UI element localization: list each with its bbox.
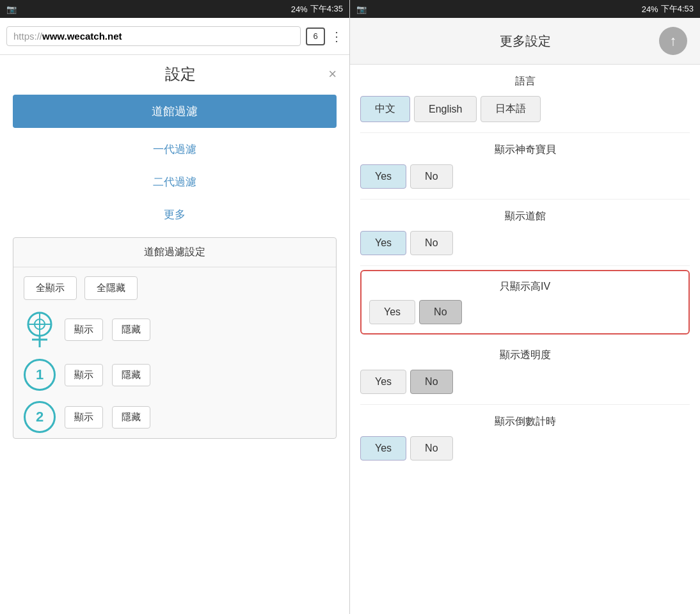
- circle-2-icon: 2: [24, 401, 56, 433]
- battery-right: 24%: [642, 4, 658, 14]
- gym-show-button-2[interactable]: 顯示: [65, 406, 103, 429]
- gym-show-button-1[interactable]: 顯示: [65, 364, 103, 386]
- upload-arrow-icon: ↑: [670, 34, 677, 48]
- circle-1-icon: 1: [24, 359, 56, 391]
- countdown-yes[interactable]: Yes: [360, 436, 406, 460]
- gym-show-button-0[interactable]: 顯示: [65, 319, 103, 341]
- url-domain: www.wecatch.net: [42, 31, 122, 42]
- show-transparency-label: 顯示透明度: [360, 349, 690, 362]
- show-all-button[interactable]: 全顯示: [24, 276, 77, 300]
- gym-filter-row-1: 1 顯示 隱藏: [13, 354, 336, 396]
- status-bar-right: 📷 24% 下午4:53: [350, 0, 700, 18]
- left-content: 設定 × 道館過濾 一代過濾 二代過濾 更多 道館過濾設定 全顯示 全隱藏: [0, 55, 349, 614]
- language-section: 語言 中文 English 日本語: [360, 65, 690, 133]
- gym-hide-button-0[interactable]: 隱藏: [112, 319, 150, 341]
- close-button[interactable]: ×: [328, 66, 337, 83]
- show-countdown-label: 顯示倒數計時: [360, 415, 690, 429]
- show-gym-label: 顯示道館: [360, 210, 690, 223]
- gym-hide-button-2[interactable]: 隱藏: [112, 406, 150, 429]
- right-header: 更多設定 ↑: [350, 18, 700, 65]
- high-iv-no[interactable]: No: [419, 300, 461, 324]
- high-iv-label: 只顯示高IV: [369, 280, 681, 294]
- right-content: 語言 中文 English 日本語 顯示神奇寶貝 Yes No 顯示道館 Yes…: [350, 65, 700, 614]
- time-left: 下午4:35: [310, 3, 343, 15]
- status-bar-left: 📷 24% 下午4:35: [0, 0, 349, 18]
- right-title: 更多設定: [391, 33, 659, 50]
- show-gym-section: 顯示道館 Yes No: [360, 200, 690, 266]
- filter-settings-title: 道館過濾設定: [13, 238, 336, 267]
- language-option-2[interactable]: 日本語: [481, 96, 541, 122]
- filter-settings-box: 道館過濾設定 全顯示 全隱藏: [13, 237, 337, 439]
- address-bar: https://www.wecatch.net 6 ⋮: [0, 18, 349, 55]
- right-panel: 📷 24% 下午4:53 更多設定 ↑ 語言 中文 English 日本語 顯示…: [350, 0, 700, 614]
- transparency-no[interactable]: No: [410, 370, 452, 394]
- gym-filter-row-2: 2 顯示 隱藏: [13, 396, 336, 438]
- high-iv-btn-group: Yes No: [369, 300, 681, 324]
- gym-filter-row-0: 顯示 隱藏: [13, 305, 336, 354]
- left-panel: 📷 24% 下午4:35 https://www.wecatch.net 6 ⋮…: [0, 0, 350, 614]
- settings-header: 設定 ×: [0, 55, 349, 90]
- show-pokemon-btn-group: Yes No: [360, 164, 690, 189]
- menu-icon[interactable]: ⋮: [330, 29, 343, 44]
- show-pokemon-label: 顯示神奇寶貝: [360, 143, 690, 157]
- tab-count-button[interactable]: 6: [306, 28, 325, 45]
- show-countdown-btn-group: Yes No: [360, 436, 690, 460]
- address-input[interactable]: https://www.wecatch.net: [6, 26, 301, 46]
- show-gym-no[interactable]: No: [410, 231, 452, 255]
- url-prefix: https://: [13, 31, 42, 42]
- language-option-1[interactable]: English: [414, 96, 477, 122]
- battery-left: 24%: [291, 4, 308, 14]
- time-right: 下午4:53: [661, 3, 694, 15]
- settings-title: 設定: [32, 64, 328, 84]
- show-pokemon-section: 顯示神奇寶貝 Yes No: [360, 133, 690, 200]
- high-iv-section: 只顯示高IV Yes No: [360, 270, 690, 335]
- transparency-yes[interactable]: Yes: [360, 370, 406, 394]
- gym-hide-button-1[interactable]: 隱藏: [112, 364, 150, 386]
- show-transparency-section: 顯示透明度 Yes No: [360, 338, 690, 405]
- show-gym-btn-group: Yes No: [360, 231, 690, 255]
- show-transparency-btn-group: Yes No: [360, 370, 690, 394]
- hide-all-button[interactable]: 全隱藏: [84, 276, 138, 300]
- show-countdown-section: 顯示倒數計時 Yes No: [360, 405, 690, 471]
- camera-icon-right: 📷: [356, 4, 367, 14]
- nav-link-more[interactable]: 更多: [0, 198, 349, 231]
- nav-link-gen1[interactable]: 一代過濾: [0, 133, 349, 166]
- filter-main-button[interactable]: 道館過濾: [13, 95, 337, 128]
- gym-icon: [24, 310, 56, 349]
- upload-button[interactable]: ↑: [659, 27, 687, 55]
- countdown-no[interactable]: No: [410, 436, 452, 460]
- language-label: 語言: [360, 75, 690, 88]
- language-btn-group: 中文 English 日本語: [360, 96, 690, 122]
- show-gym-yes[interactable]: Yes: [360, 231, 406, 255]
- camera-icon: 📷: [6, 4, 17, 14]
- language-option-0[interactable]: 中文: [360, 96, 410, 122]
- show-pokemon-no[interactable]: No: [410, 164, 452, 189]
- high-iv-yes[interactable]: Yes: [369, 300, 415, 324]
- show-hide-row: 全顯示 全隱藏: [13, 267, 336, 305]
- show-pokemon-yes[interactable]: Yes: [360, 164, 406, 189]
- nav-link-gen2[interactable]: 二代過濾: [0, 166, 349, 198]
